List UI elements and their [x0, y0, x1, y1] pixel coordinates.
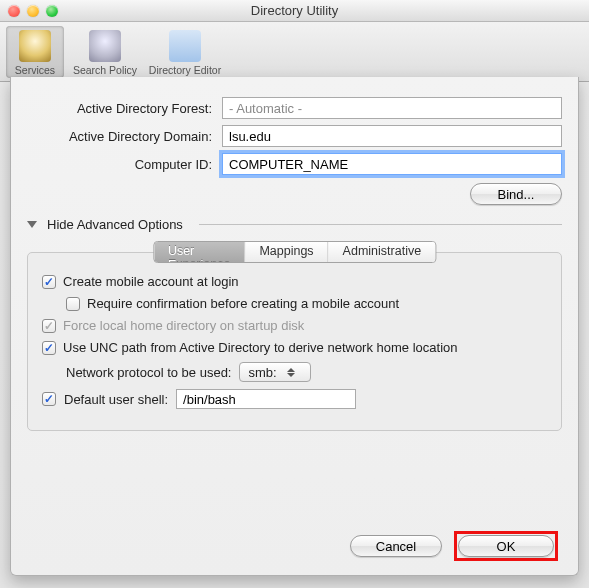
- opt-mobile-account[interactable]: Create mobile account at login: [42, 274, 547, 289]
- window-title: Directory Utility: [0, 3, 589, 18]
- ok-highlight: OK: [454, 531, 558, 561]
- tab-mappings[interactable]: Mappings: [245, 242, 328, 262]
- proto-popup[interactable]: smb:: [239, 362, 311, 382]
- toolbar-directory-editor[interactable]: Directory Editor: [146, 26, 224, 78]
- opt-require-confirmation[interactable]: Require confirmation before creating a m…: [66, 296, 547, 311]
- dialog-sheet: Active Directory Forest: Active Director…: [10, 77, 579, 576]
- domain-input[interactable]: [222, 125, 562, 147]
- checkbox-icon[interactable]: [42, 341, 56, 355]
- updown-icon: [287, 368, 295, 377]
- toolbar-search-policy[interactable]: Search Policy: [66, 26, 144, 78]
- forest-input[interactable]: [222, 97, 562, 119]
- checkbox-icon: [42, 319, 56, 333]
- tab-administrative[interactable]: Administrative: [329, 242, 436, 262]
- shell-label: Default user shell:: [64, 392, 168, 407]
- titlebar: Directory Utility: [0, 0, 589, 22]
- toolbar-label: Search Policy: [68, 64, 142, 76]
- forest-label: Active Directory Forest:: [27, 101, 222, 116]
- shell-input[interactable]: [176, 389, 356, 409]
- advanced-toggle-label: Hide Advanced Options: [47, 217, 183, 232]
- directory-editor-icon: [169, 30, 201, 62]
- cancel-button[interactable]: Cancel: [350, 535, 442, 557]
- dialog-footer: Cancel OK: [350, 531, 558, 561]
- tab-user-experience[interactable]: User Experience: [154, 242, 246, 262]
- advanced-disclosure[interactable]: Hide Advanced Options: [27, 217, 562, 232]
- computer-id-input[interactable]: [222, 153, 562, 175]
- checkbox-icon[interactable]: [42, 275, 56, 289]
- toolbar-services[interactable]: Services: [6, 26, 64, 78]
- bind-button[interactable]: Bind...: [470, 183, 562, 205]
- ok-button[interactable]: OK: [458, 535, 554, 557]
- advanced-tabs: User Experience Mappings Administrative: [153, 241, 436, 263]
- computer-id-label: Computer ID:: [27, 157, 222, 172]
- checkbox-icon[interactable]: [66, 297, 80, 311]
- opt-use-unc-path[interactable]: Use UNC path from Active Directory to de…: [42, 340, 547, 355]
- sheet-background: Na Active Direc LDAPv3 NIS Active Direct…: [0, 82, 589, 588]
- checkbox-icon[interactable]: [42, 392, 56, 406]
- toolbar: Services Search Policy Directory Editor: [0, 22, 589, 82]
- toolbar-label: Directory Editor: [148, 64, 222, 76]
- chevron-down-icon: [27, 221, 37, 228]
- domain-label: Active Directory Domain:: [27, 129, 222, 144]
- proto-label: Network protocol to be used:: [66, 365, 231, 380]
- proto-value: smb:: [248, 365, 276, 380]
- opt-force-local-home: Force local home directory on startup di…: [42, 318, 547, 333]
- services-icon: [19, 30, 51, 62]
- advanced-group: User Experience Mappings Administrative …: [27, 252, 562, 431]
- search-policy-icon: [89, 30, 121, 62]
- toolbar-label: Services: [8, 64, 62, 76]
